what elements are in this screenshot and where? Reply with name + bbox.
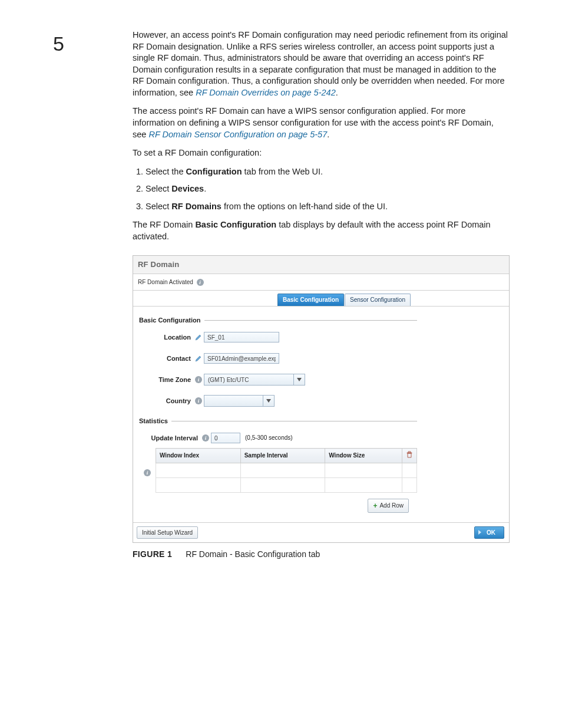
bold: Configuration xyxy=(186,167,242,176)
text: tab from the Web UI. xyxy=(242,167,323,176)
location-input[interactable] xyxy=(204,332,279,342)
rf-domain-activated-label: RF Domain Activated xyxy=(138,279,193,285)
row-update-interval: Update Interval i (0,5-300 seconds) xyxy=(139,429,417,447)
label-location: Location xyxy=(139,333,193,342)
link-rf-domain-sensor-config[interactable]: RF Domain Sensor Configuration on page 5… xyxy=(148,130,327,139)
bold: RF Domains xyxy=(171,202,222,211)
info-icon[interactable]: i xyxy=(144,469,151,476)
figure-caption: FIGURE 1 RF Domain - Basic Configuration… xyxy=(133,549,509,560)
bold: Basic Configuration xyxy=(195,220,276,229)
section-title: Basic Configuration xyxy=(139,316,204,325)
table-row[interactable] xyxy=(156,477,417,492)
text: Select the xyxy=(146,167,186,176)
step-2: Select Devices. xyxy=(146,183,509,195)
section-title: Statistics xyxy=(139,417,171,426)
info-icon[interactable]: i xyxy=(195,376,202,383)
page-number: 5 xyxy=(53,32,64,55)
update-interval-range: (0,5-300 seconds) xyxy=(245,434,293,442)
table-row[interactable] xyxy=(156,463,417,477)
row-timezone: Time Zone i (GMT) Etc/UTC xyxy=(139,371,417,388)
rf-domain-window: RF Domain RF Domain Activated i Basic Co… xyxy=(133,255,510,542)
section-statistics: Statistics Update Interval i (0,5-300 se… xyxy=(139,417,417,519)
ok-button[interactable]: OK xyxy=(474,526,504,539)
timezone-value: (GMT) Etc/UTC xyxy=(208,376,249,384)
initial-setup-wizard-button[interactable]: Initial Setup Wizard xyxy=(137,526,198,539)
text: . xyxy=(204,184,206,193)
figure-label: FIGURE 1 xyxy=(133,549,172,559)
info-icon[interactable]: i xyxy=(195,397,202,404)
paragraph-2: The access point's RF Domain can have a … xyxy=(133,106,509,140)
window-footer: Initial Setup Wizard OK xyxy=(133,522,509,542)
country-select[interactable] xyxy=(204,395,275,407)
section-basic-configuration: Basic Configuration Location Cont xyxy=(139,316,417,414)
step-3: Select RF Domains from the options on le… xyxy=(146,201,509,213)
statistics-table: Window Index Sample Interval Window Size xyxy=(156,448,417,493)
step-1: Select the Configuration tab from the We… xyxy=(146,166,509,178)
label-update-interval: Update Interval xyxy=(139,434,200,443)
steps-list: Select the Configuration tab from the We… xyxy=(133,166,509,213)
row-contact: Contact xyxy=(139,350,417,367)
bold: Devices xyxy=(171,184,204,193)
tab-body: Basic Configuration Location Cont xyxy=(133,307,509,522)
text: However, an access point's RF Domain con… xyxy=(133,30,508,97)
text: The RF Domain xyxy=(133,220,195,229)
link-rf-domain-overrides[interactable]: RF Domain Overrides on page 5-242 xyxy=(196,88,336,97)
window-title: RF Domain xyxy=(133,256,509,274)
row-location: Location xyxy=(139,328,417,346)
col-sample-interval[interactable]: Sample Interval xyxy=(240,449,325,463)
text: Select xyxy=(146,202,171,211)
figure-title: RF Domain - Basic Configuration tab xyxy=(186,549,320,559)
text: . xyxy=(336,88,338,97)
add-row-button[interactable]: + Add Row xyxy=(368,499,409,513)
text: . xyxy=(327,130,329,139)
tab-sensor-configuration[interactable]: Sensor Configuration xyxy=(345,294,411,306)
col-delete[interactable] xyxy=(402,449,417,463)
chevron-down-icon xyxy=(293,374,305,385)
text: from the options on left-hand side of th… xyxy=(222,202,388,211)
tab-basic-configuration[interactable]: Basic Configuration xyxy=(277,294,344,306)
plus-icon: + xyxy=(373,501,377,510)
paragraph-3: To set a RF Domain configuration: xyxy=(133,147,509,159)
text: Select xyxy=(146,184,171,193)
label-country: Country xyxy=(139,397,193,406)
paragraph-1: However, an access point's RF Domain con… xyxy=(133,29,509,98)
col-window-size[interactable]: Window Size xyxy=(325,449,402,463)
edit-icon[interactable] xyxy=(195,334,202,341)
add-row-label: Add Row xyxy=(379,502,404,510)
update-interval-input[interactable] xyxy=(211,433,240,443)
paragraph-4: The RF Domain Basic Configuration tab di… xyxy=(133,219,509,242)
info-icon[interactable]: i xyxy=(202,434,209,442)
trash-icon xyxy=(406,451,413,458)
tabs-row: Basic ConfigurationSensor Configuration xyxy=(133,291,509,307)
rf-domain-activated-row: RF Domain Activated i xyxy=(133,274,509,291)
label-contact: Contact xyxy=(139,354,193,363)
col-window-index[interactable]: Window Index xyxy=(156,449,241,463)
edit-icon[interactable] xyxy=(195,355,202,362)
row-country: Country i xyxy=(139,392,417,410)
info-icon[interactable]: i xyxy=(197,279,204,286)
contact-input[interactable] xyxy=(204,353,279,364)
timezone-select[interactable]: (GMT) Etc/UTC xyxy=(204,374,305,386)
chevron-down-icon xyxy=(263,396,274,406)
label-timezone: Time Zone xyxy=(139,375,193,384)
